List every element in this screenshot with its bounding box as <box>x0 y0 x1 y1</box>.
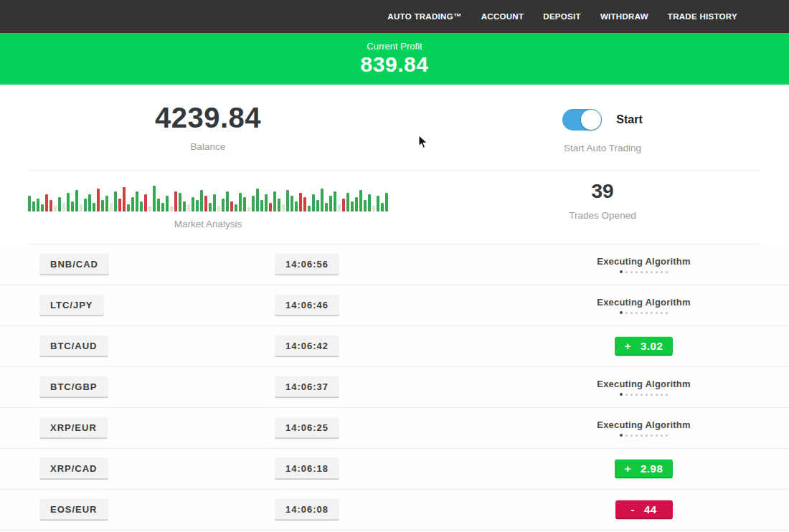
pair-badge: BNB/CAD <box>39 254 109 276</box>
market-bar <box>110 203 113 212</box>
progress-dot <box>646 312 648 314</box>
pair-badge: XRP/CAD <box>39 458 108 480</box>
trade-result: Executing Algorithm <box>559 379 728 396</box>
market-bar <box>273 191 276 212</box>
nav-item-withdraw[interactable]: WITHDRAW <box>600 12 648 21</box>
progress-dot <box>630 394 633 396</box>
progress-dot <box>620 393 623 396</box>
trade-row-xrp-eur: XRP/EUR14:06:25Executing Algorithm <box>0 408 789 449</box>
market-bar <box>325 203 328 212</box>
pair-badge: LTC/JPY <box>39 295 104 317</box>
market-bar <box>62 203 65 212</box>
market-bar <box>200 190 203 212</box>
trade-time-badge: 14:06:25 <box>275 417 339 440</box>
trade-time-badge: 14:06:46 <box>275 295 339 317</box>
progress-dot <box>666 312 668 314</box>
progress-dot <box>630 271 633 273</box>
nav-item-account[interactable]: ACCOUNT <box>481 12 524 21</box>
progress-dot <box>646 394 648 396</box>
market-bar <box>131 197 134 212</box>
result-sign: + <box>625 462 631 475</box>
balance-value: 4239.84 <box>155 102 261 134</box>
progress-dot <box>646 271 648 273</box>
progress-dot <box>636 271 638 273</box>
progress-dot <box>651 271 653 273</box>
progress-dot <box>636 394 638 396</box>
market-bar <box>329 196 332 212</box>
market-bar <box>303 197 306 212</box>
market-bar <box>295 201 298 212</box>
market-bar <box>97 189 100 212</box>
progress-dot <box>620 434 623 437</box>
market-bar <box>230 201 233 212</box>
progress-dot <box>620 311 623 314</box>
trades-opened-stat: 39 Trades Opened <box>416 171 789 244</box>
market-bar <box>377 196 379 212</box>
executing-algorithm-label: Executing Algorithm <box>597 419 690 430</box>
trade-row-btc-aud: BTC/AUD14:06:42+3.02 <box>0 326 789 367</box>
progress-dots <box>620 434 668 437</box>
profit-banner-value: 839.84 <box>361 52 429 77</box>
trade-time-badge: 14:06:37 <box>275 376 339 399</box>
market-bar <box>67 193 70 212</box>
trade-result: Executing Algorithm <box>559 419 728 437</box>
progress-dot <box>651 312 653 314</box>
auto-trading-toggle[interactable] <box>562 109 602 130</box>
market-bar <box>342 199 345 212</box>
trade-row-eos-eur: EOS/EUR14:06:08-44 <box>0 490 789 531</box>
market-analysis-stat: Market Analysis <box>0 171 416 244</box>
market-bar <box>256 189 259 212</box>
market-bar <box>118 199 121 212</box>
market-bar <box>213 194 216 212</box>
executing-algorithm-label: Executing Algorithm <box>597 379 690 389</box>
profit-banner-label: Current Profit <box>367 41 422 52</box>
progress-dot <box>666 434 668 437</box>
market-bar <box>278 199 280 212</box>
market-bar <box>101 200 104 212</box>
nav-item-deposit[interactable]: DEPOSIT <box>543 12 581 21</box>
top-nav: AUTO TRADING™ACCOUNTDEPOSITWITHDRAWTRADE… <box>0 0 789 33</box>
market-bar <box>127 204 130 212</box>
market-bar <box>174 191 177 212</box>
market-bar <box>286 190 289 212</box>
progress-dot <box>661 434 663 437</box>
nav-item-trade-history[interactable]: TRADE HISTORY <box>668 12 737 21</box>
progress-dot <box>656 312 658 314</box>
progress-dot <box>641 271 643 273</box>
toggle-knob <box>581 110 601 130</box>
trades-opened-value: 39 <box>591 180 613 203</box>
progress-dot <box>625 271 628 273</box>
market-bar <box>144 194 147 212</box>
progress-dot <box>646 434 648 437</box>
profit-badge: +2.98 <box>615 460 673 479</box>
trade-result: +2.98 <box>559 460 728 479</box>
auto-trading-stat: Start Start Auto Trading <box>416 85 789 170</box>
progress-dot <box>641 434 643 437</box>
progress-dot <box>641 312 643 314</box>
market-bar <box>114 191 117 212</box>
pair-badge: XRP/EUR <box>39 417 108 440</box>
toggle-row: Start <box>562 109 642 130</box>
nav-menu: AUTO TRADING™ACCOUNTDEPOSITWITHDRAWTRADE… <box>387 12 737 21</box>
market-bar <box>265 194 268 212</box>
trade-row-xrp-cad: XRP/CAD14:06:18+2.98 <box>0 449 789 490</box>
market-bar <box>93 203 95 212</box>
market-bar <box>192 197 194 212</box>
progress-dot <box>625 434 628 437</box>
profit-badge: +3.02 <box>615 337 673 356</box>
profit-banner: Current Profit 839.84 <box>0 33 789 85</box>
progress-dots <box>620 311 668 314</box>
app-root: AUTO TRADING™ACCOUNTDEPOSITWITHDRAWTRADE… <box>0 0 789 532</box>
market-bar <box>381 203 384 212</box>
nav-item-auto-trading[interactable]: AUTO TRADING™ <box>387 12 461 21</box>
market-bar <box>187 204 190 212</box>
pair-badge: BTC/GBP <box>39 376 108 399</box>
progress-dot <box>636 434 638 437</box>
trade-time-badge: 14:06:08 <box>275 499 339 521</box>
market-bar <box>269 203 272 212</box>
market-bar <box>359 190 362 212</box>
market-bar <box>49 200 52 212</box>
balance-label: Balance <box>191 141 226 152</box>
trade-time-badge: 14:06:18 <box>275 458 339 480</box>
market-bar <box>54 206 57 212</box>
